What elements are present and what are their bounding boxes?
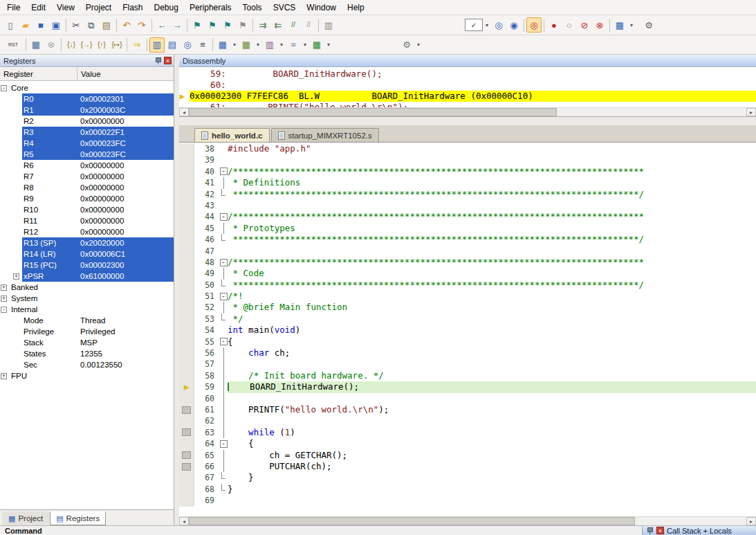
serial-windows-dropdown-icon[interactable]: ▾ [277,37,286,53]
step-over-button[interactable]: {→} [79,37,94,53]
redo-button[interactable]: ↷ [134,17,149,33]
system-viewer-button[interactable]: ▦ [309,37,324,53]
tab-startup_MIMXRT1052.s[interactable]: startup_MIMXRT1052.s [271,128,379,142]
run-button[interactable]: ▦ [28,37,44,53]
code-text[interactable]: /* Init board hardware. */ [228,370,756,381]
code-line[interactable]: 65 ch = GETCHAR(); [179,450,756,461]
breakpoint-margin[interactable] [179,472,194,483]
code-text[interactable]: ****************************************… [228,280,756,291]
code-text[interactable] [228,200,756,211]
breakpoint-margin[interactable] [179,461,194,472]
show-next-statement-button[interactable]: ⇒ [129,37,145,53]
undo-button[interactable]: ↶ [119,17,134,33]
code-line[interactable]: 48/*************************************… [179,257,756,268]
disassembly-line[interactable]: 60: [179,80,756,91]
stop-button[interactable]: ⊗ [44,37,59,53]
breakpoint-margin[interactable] [179,393,194,404]
indent-button[interactable]: ⇉ [255,17,270,33]
code-line[interactable]: 42 *************************************… [179,189,756,200]
code-line[interactable]: 44/*************************************… [179,211,756,222]
memory-windows-dropdown-icon[interactable]: ▾ [254,37,262,53]
breakpoint-margin[interactable] [179,291,194,302]
code-line[interactable]: 69 [179,495,756,506]
close-icon[interactable]: × [164,57,172,64]
next-bookmark-button[interactable]: ⚑ [205,17,220,33]
code-line[interactable]: 43 [179,200,756,211]
breakpoint-margin[interactable] [179,189,194,200]
collapse-icon[interactable]: - [1,85,7,91]
register-row-mode[interactable]: ModeThread [0,315,174,326]
expand-icon[interactable]: + [1,296,7,302]
register-row-sec[interactable]: Sec0.00123550 [0,359,174,370]
menu-peripherals[interactable]: Peripherals [184,1,237,15]
code-text[interactable] [228,154,756,165]
code-line[interactable]: 46 *************************************… [179,234,756,245]
code-line[interactable]: 58 /* Init board hardware. */ [179,370,756,381]
collapse-icon[interactable]: - [1,307,7,313]
code-line[interactable]: 56 char ch; [179,347,756,359]
code-line[interactable]: 66 PUTCHAR(ch); [179,461,756,472]
code-line[interactable]: 68} [179,484,756,495]
breakpoint-margin[interactable] [179,200,194,211]
code-text[interactable] [228,495,756,506]
code-text[interactable]: * Prototypes [228,223,756,234]
code-line[interactable]: 51/*! [179,291,756,302]
code-text[interactable]: PUTCHAR(ch); [228,461,756,472]
fold-collapse-icon[interactable] [219,211,228,222]
close-icon[interactable]: × [656,527,664,534]
code-text[interactable]: char ch; [228,347,756,359]
breakpoint-margin[interactable] [179,427,194,438]
scroll-track[interactable] [189,108,746,116]
register-row-r10[interactable]: R100x00000000 [0,204,174,215]
fold-collapse-icon[interactable] [219,257,228,268]
breakpoint-margin[interactable] [179,280,194,291]
disassembly-margin[interactable] [179,69,190,80]
code-line[interactable]: 67 } [179,472,756,483]
analysis-windows-dropdown-icon[interactable]: ▾ [301,37,309,53]
code-line[interactable]: 38#include "app.h" [179,143,756,154]
code-line[interactable]: 62 [179,415,756,426]
disassembly-line[interactable]: 59: BOARD_InitHardware(); [179,69,756,80]
code-text[interactable] [228,359,756,370]
menu-project[interactable]: Project [80,1,117,15]
clear-bookmarks-button[interactable]: ⚑ [235,17,250,33]
previous-bookmark-button[interactable]: ⚑ [220,17,235,33]
code-line[interactable]: 53 */ [179,314,756,325]
tab-registers[interactable]: ▤Registers [50,511,106,525]
code-text[interactable]: ch = GETCHAR(); [228,450,756,461]
register-row-states[interactable]: States12355 [0,348,174,359]
code-line[interactable]: 39 [179,154,756,165]
register-row-r9[interactable]: R90x00000000 [0,193,174,204]
register-row-r3[interactable]: R30x000022F1 [0,127,174,138]
disassembly-margin[interactable]: ▶ [179,91,190,102]
breakpoint-margin[interactable] [179,336,194,347]
breakpoint-margin[interactable] [179,246,194,257]
code-text[interactable]: } [228,484,756,495]
print-button[interactable]: ▥ [321,17,336,33]
register-row-r14lr[interactable]: R14 (LR)0x000006C1 [0,248,174,260]
code-line[interactable]: 60 [179,393,756,404]
register-row-banked[interactable]: +Banked [0,282,174,293]
watch-windows-button[interactable]: ▦ [215,37,230,53]
configure-button[interactable]: ⚙ [641,17,656,33]
find-combo[interactable]: ✓ [465,19,483,31]
menu-tools[interactable]: Tools [237,1,268,15]
code-line-current[interactable]: ▶59 BOARD_InitHardware(); [179,381,756,392]
breakpoint-margin[interactable] [179,370,194,381]
step-out-button[interactable]: {↑} [94,37,109,53]
tab-hello_world.c[interactable]: hello_world.c [194,128,270,142]
scroll-thumb[interactable] [189,517,635,525]
disassembly-line[interactable]: 61: PRINTF("hello world.\r\n"); [179,102,756,107]
expand-icon[interactable]: + [1,373,7,379]
breakpoint-margin[interactable] [179,325,194,336]
code-line[interactable]: 49 * Code [179,268,756,279]
code-line[interactable]: 61 PRINTF("hello world.\r\n"); [179,404,756,415]
scroll-thumb[interactable] [189,108,557,116]
navigate-back-button[interactable]: ← [154,17,169,33]
uncomment-button[interactable]: // [301,17,316,33]
incremental-find-button[interactable]: ◎ [526,17,542,33]
breakpoint-margin[interactable] [179,359,194,370]
breakpoint-margin[interactable] [179,234,194,245]
register-row-stack[interactable]: StackMSP [0,337,174,348]
code-text[interactable]: } [228,472,756,483]
